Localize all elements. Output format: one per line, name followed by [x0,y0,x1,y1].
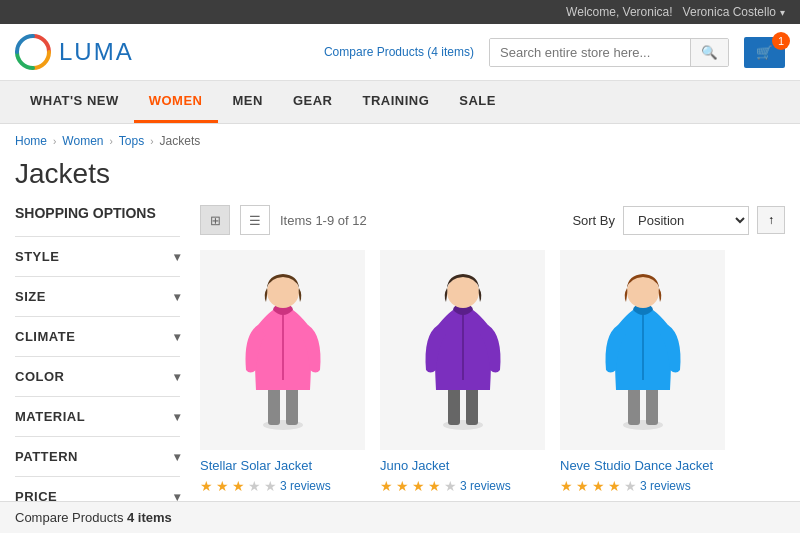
list-icon: ☰ [249,213,261,228]
items-count: Items 1-9 of 12 [280,213,367,228]
filter-size-header[interactable]: SIZE ▾ [15,277,180,316]
toolbar-right: Sort By Position Product Name Price ↑ [572,206,785,235]
filter-size: SIZE ▾ [15,276,180,316]
star-1-1: ★ [200,478,213,494]
grid-icon: ⊞ [210,213,221,228]
star-3-5: ★ [624,478,637,494]
nav-item-training[interactable]: Training [347,81,444,123]
review-link-1[interactable]: 3 reviews [280,479,331,493]
filter-style-label: STYLE [15,249,59,264]
toolbar-left: ⊞ ☰ Items 1-9 of 12 [200,205,367,235]
compare-bar-text: Compare Products [15,510,127,525]
filter-pattern: PATTERN ▾ [15,436,180,476]
filter-climate: CLIMATE ▾ [15,316,180,356]
breadcrumb: Home › Women › Tops › Jackets [0,124,800,158]
product-grid: Stellar Solar Jacket ★ ★ ★ ★ ★ 3 reviews… [200,250,785,533]
list-view-button[interactable]: ☰ [240,205,270,235]
breadcrumb-current: Jackets [160,134,201,148]
main-nav: What's New Women Men Gear Training Sale [0,81,800,124]
svg-point-15 [627,276,659,308]
star-3-1: ★ [560,478,573,494]
filter-size-label: SIZE [15,289,46,304]
review-link-2[interactable]: 3 reviews [460,479,511,493]
star-1-5: ★ [264,478,277,494]
search-bar: 🔍 [489,38,729,67]
product-stars-2: ★ ★ ★ ★ ★ 3 reviews [380,478,545,494]
filter-color-label: COLOR [15,369,64,384]
grid-view-button[interactable]: ⊞ [200,205,230,235]
product-name-1[interactable]: Stellar Solar Jacket [200,458,365,473]
compare-link[interactable]: Compare Products (4 items) [324,45,474,59]
logo-text: LUMA [59,38,134,66]
jacket-svg-3 [598,270,688,430]
sort-label: Sort By [572,213,615,228]
star-2-4: ★ [428,478,441,494]
product-card-1: Stellar Solar Jacket ★ ★ ★ ★ ★ 3 reviews… [200,250,365,515]
nav-item-sale[interactable]: Sale [444,81,511,123]
toolbar: ⊞ ☰ Items 1-9 of 12 Sort By Position Pro… [200,205,785,235]
nav-item-women[interactable]: Women [134,81,218,123]
product-image-2 [380,250,545,450]
logo[interactable]: LUMA [15,34,134,70]
cart-icon: 🛒 [756,45,773,60]
svg-point-5 [267,276,299,308]
star-1-4: ★ [248,478,261,494]
filter-climate-header[interactable]: CLIMATE ▾ [15,317,180,356]
product-stars-3: ★ ★ ★ ★ ★ 3 reviews [560,478,725,494]
jacket-svg-2 [418,270,508,430]
filter-material: MATERIAL ▾ [15,396,180,436]
product-stars-1: ★ ★ ★ ★ ★ 3 reviews [200,478,365,494]
star-2-2: ★ [396,478,409,494]
search-button[interactable]: 🔍 [690,39,728,66]
sort-direction-button[interactable]: ↑ [757,206,785,234]
product-name-3[interactable]: Neve Studio Dance Jacket [560,458,725,473]
user-menu[interactable]: Veronica Costello ▾ [683,5,785,19]
filter-material-label: MATERIAL [15,409,85,424]
header-right: Compare Products (4 items) 🔍 🛒 1 [324,37,785,68]
nav-item-gear[interactable]: Gear [278,81,348,123]
product-image-1 [200,250,365,450]
products-area: ⊞ ☰ Items 1-9 of 12 Sort By Position Pro… [200,205,785,533]
svg-point-10 [447,276,479,308]
product-card-3: Neve Studio Dance Jacket ★ ★ ★ ★ ★ 3 rev… [560,250,725,515]
filter-size-chevron: ▾ [174,290,181,304]
product-image-3 [560,250,725,450]
review-link-3[interactable]: 3 reviews [640,479,691,493]
star-2-1: ★ [380,478,393,494]
cart-container: 🛒 1 [744,37,785,68]
product-name-2[interactable]: Juno Jacket [380,458,545,473]
breadcrumb-tops[interactable]: Tops [119,134,144,148]
welcome-text: Welcome, Veronica! [566,5,673,19]
nav-item-whats-new[interactable]: What's New [15,81,134,123]
filter-pattern-header[interactable]: PATTERN ▾ [15,437,180,476]
star-3-3: ★ [592,478,605,494]
breadcrumb-women[interactable]: Women [62,134,103,148]
filter-color: COLOR ▾ [15,356,180,396]
star-2-3: ★ [412,478,425,494]
breadcrumb-home[interactable]: Home [15,134,47,148]
nav-item-men[interactable]: Men [218,81,278,123]
product-card-2: Juno Jacket ★ ★ ★ ★ ★ 3 reviews $77.00 [380,250,545,515]
main-content: Shopping Options STYLE ▾ SIZE ▾ CLIMATE … [0,205,800,533]
compare-bar: Compare Products 4 items [0,501,800,533]
star-1-2: ★ [216,478,229,494]
search-icon: 🔍 [701,45,718,60]
star-1-3: ★ [232,478,245,494]
filter-style: STYLE ▾ [15,236,180,276]
filter-color-header[interactable]: COLOR ▾ [15,357,180,396]
breadcrumb-sep-3: › [150,136,153,147]
filter-climate-chevron: ▾ [174,330,181,344]
filter-color-chevron: ▾ [174,370,181,384]
filter-material-header[interactable]: MATERIAL ▾ [15,397,180,436]
star-2-5: ★ [444,478,457,494]
jacket-svg-1 [238,270,328,430]
filter-style-header[interactable]: STYLE ▾ [15,237,180,276]
top-bar: Welcome, Veronica! Veronica Costello ▾ [0,0,800,24]
filter-climate-label: CLIMATE [15,329,75,344]
star-3-2: ★ [576,478,589,494]
sort-select[interactable]: Position Product Name Price [623,206,749,235]
filter-material-chevron: ▾ [174,410,181,424]
search-input[interactable] [490,39,690,66]
cart-button[interactable]: 🛒 1 [744,37,785,68]
header: LUMA Compare Products (4 items) 🔍 🛒 1 [0,24,800,81]
